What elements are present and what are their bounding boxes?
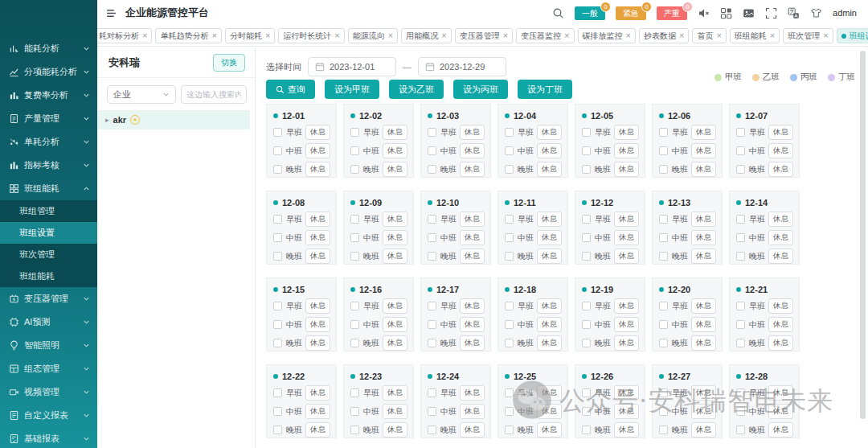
rest-button[interactable]: 休息 <box>305 298 330 314</box>
rest-button[interactable]: 休息 <box>691 249 716 264</box>
rest-button[interactable]: 休息 <box>305 162 330 177</box>
shift-checkbox[interactable] <box>350 388 359 397</box>
rest-button[interactable]: 休息 <box>460 404 485 419</box>
rest-button[interactable]: 休息 <box>768 422 793 438</box>
rest-button[interactable]: 休息 <box>768 298 793 314</box>
shift-checkbox[interactable] <box>582 339 591 347</box>
shift-checkbox[interactable] <box>505 165 514 174</box>
sidebar-subitem[interactable]: 班组能耗 <box>0 265 97 287</box>
shift-checkbox[interactable] <box>273 215 282 224</box>
user-name[interactable]: admin <box>833 8 857 18</box>
rest-button[interactable]: 休息 <box>383 212 407 227</box>
start-date-picker[interactable] <box>308 57 396 76</box>
shift-checkbox[interactable] <box>428 252 436 261</box>
shift-checkbox[interactable] <box>428 146 436 155</box>
shift-checkbox[interactable] <box>428 165 436 174</box>
shift-checkbox[interactable] <box>350 425 359 434</box>
shift-checkbox[interactable] <box>428 128 436 137</box>
fullscreen-icon[interactable] <box>765 7 777 19</box>
sidebar-subitem[interactable]: 班组管理 <box>0 200 97 222</box>
tab-close-icon[interactable]: × <box>716 31 721 40</box>
shift-checkbox[interactable] <box>428 339 436 347</box>
expand-caret-icon[interactable]: ▸ <box>105 116 109 124</box>
shift-checkbox[interactable] <box>350 320 359 329</box>
shift-checkbox[interactable] <box>736 146 745 155</box>
shift-checkbox[interactable] <box>350 233 359 242</box>
rest-button[interactable]: 休息 <box>537 212 562 227</box>
rest-button[interactable]: 休息 <box>460 249 485 264</box>
rest-button[interactable]: 休息 <box>537 298 562 314</box>
rest-button[interactable]: 休息 <box>383 298 407 314</box>
rest-button[interactable]: 休息 <box>460 125 485 140</box>
tab-close-icon[interactable]: × <box>388 31 393 40</box>
rest-button[interactable]: 休息 <box>691 335 716 351</box>
rest-button[interactable]: 休息 <box>460 422 485 438</box>
rest-button[interactable]: 休息 <box>537 422 562 438</box>
tab-close-icon[interactable]: × <box>334 31 339 40</box>
shift-checkbox[interactable] <box>736 165 745 174</box>
screenshot-image-icon[interactable] <box>743 7 755 19</box>
rest-button[interactable]: 休息 <box>768 404 793 419</box>
rest-button[interactable]: 休息 <box>691 298 716 314</box>
shift-checkbox[interactable] <box>350 146 359 155</box>
tab[interactable]: 变压器监控 × <box>516 28 574 43</box>
shift-checkbox[interactable] <box>505 320 514 329</box>
rest-button[interactable]: 休息 <box>691 143 716 158</box>
mute-icon[interactable] <box>698 7 710 19</box>
search-icon[interactable] <box>552 7 564 19</box>
tab[interactable]: 单耗趋势分析 × <box>155 28 221 43</box>
rest-button[interactable]: 休息 <box>537 230 562 245</box>
rest-button[interactable]: 休息 <box>305 385 330 401</box>
shift-checkbox[interactable] <box>736 252 745 261</box>
rest-button[interactable]: 休息 <box>537 317 562 332</box>
sidebar-item-chart-assess[interactable]: 指标考核 <box>0 154 97 177</box>
shift-checkbox[interactable] <box>273 425 282 434</box>
shift-checkbox[interactable] <box>350 215 359 224</box>
rest-button[interactable]: 休息 <box>537 162 562 177</box>
tab[interactable]: 能源流向 × <box>348 28 398 43</box>
rest-button[interactable]: 休息 <box>383 249 407 264</box>
shift-checkbox[interactable] <box>350 252 359 261</box>
rest-button[interactable]: 休息 <box>614 317 639 332</box>
sidebar-item-report-base[interactable]: 基础报表 <box>0 427 97 448</box>
shift-checkbox[interactable] <box>273 320 282 329</box>
sidebar-item-chart-bar[interactable]: 能耗分析 <box>0 37 97 60</box>
shift-checkbox[interactable] <box>505 388 514 397</box>
shift-checkbox[interactable] <box>273 146 282 155</box>
tab[interactable]: 耗对标分析 × <box>97 28 152 43</box>
tree-search-input[interactable] <box>181 85 247 104</box>
query-button[interactable]: 查询 <box>266 80 315 99</box>
rest-button[interactable]: 休息 <box>614 335 639 351</box>
rest-button[interactable]: 休息 <box>614 125 639 140</box>
rest-button[interactable]: 休息 <box>383 404 407 419</box>
tab-close-icon[interactable]: × <box>142 31 147 40</box>
shift-checkbox[interactable] <box>736 388 745 397</box>
shift-checkbox[interactable] <box>428 302 436 310</box>
rest-button[interactable]: 休息 <box>305 249 330 264</box>
rest-button[interactable]: 休息 <box>305 212 330 227</box>
shift-checkbox[interactable] <box>659 302 668 310</box>
shift-checkbox[interactable] <box>659 165 668 174</box>
shift-checkbox[interactable] <box>350 339 359 347</box>
shift-checkbox[interactable] <box>582 302 591 310</box>
shift-checkbox[interactable] <box>736 128 745 137</box>
rest-button[interactable]: 休息 <box>768 212 793 227</box>
sidebar-item-grid[interactable]: 班组能耗 <box>0 177 97 200</box>
shift-checkbox[interactable] <box>505 302 514 310</box>
rest-button[interactable]: 休息 <box>614 298 639 314</box>
tab[interactable]: 碳排放监控 × <box>578 28 636 43</box>
set-shift-button[interactable]: 设为丙班 <box>453 80 508 99</box>
rest-button[interactable]: 休息 <box>383 125 407 140</box>
rest-button[interactable]: 休息 <box>305 125 330 140</box>
shift-checkbox[interactable] <box>273 302 282 310</box>
shift-checkbox[interactable] <box>350 165 359 174</box>
shift-checkbox[interactable] <box>505 339 514 347</box>
rest-button[interactable]: 休息 <box>537 335 562 351</box>
shift-checkbox[interactable] <box>428 425 436 434</box>
shift-checkbox[interactable] <box>736 233 745 242</box>
rest-button[interactable]: 休息 <box>460 335 485 351</box>
rest-button[interactable]: 休息 <box>460 212 485 227</box>
shift-checkbox[interactable] <box>736 302 745 310</box>
tab[interactable]: 班组能耗 × <box>730 28 780 43</box>
shift-checkbox[interactable] <box>659 146 668 155</box>
